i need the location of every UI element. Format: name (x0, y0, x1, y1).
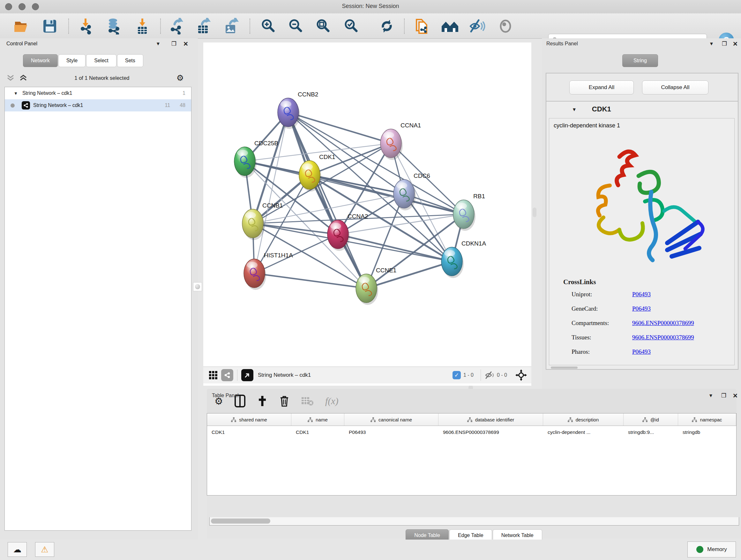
column-header-canonical-name[interactable]: canonical name (344, 414, 439, 426)
collapse-all-icon[interactable] (6, 74, 15, 82)
import-network-database-button[interactable] (105, 17, 123, 35)
table-panel-menu-icon[interactable]: ▼ (709, 393, 713, 398)
network-edge[interactable] (254, 273, 366, 288)
network-canvas[interactable]: CCNB2CCNA1CDC25BCDK1CDC6RB1CCNB1CCNA2CDK… (203, 43, 531, 386)
column-header-namespac[interactable]: namespac (678, 414, 736, 426)
network-node[interactable] (441, 247, 464, 278)
zoom-fit-icon (315, 18, 331, 34)
import-table-button[interactable] (133, 17, 151, 35)
expand-all-icon[interactable] (19, 74, 27, 82)
network-share-button[interactable] (221, 369, 233, 381)
table-cell[interactable]: 9606.ENSP00000378699 (439, 429, 543, 435)
control-panel-menu-icon[interactable]: ▼ (156, 41, 160, 46)
memory-button[interactable]: Memory (687, 542, 736, 557)
refresh-button[interactable] (378, 17, 396, 35)
crosslink-value-link[interactable]: P06493 (632, 291, 651, 298)
network-node[interactable] (278, 98, 300, 129)
control-panel-close-icon[interactable]: ✕ (183, 40, 188, 48)
crosslink-value-link[interactable]: P06493 (632, 348, 651, 355)
crosslink-value-link[interactable]: 9606.ENSP00000378699 (632, 334, 694, 341)
delete-table-icon[interactable] (301, 396, 314, 406)
network-node[interactable] (356, 274, 378, 305)
entry-collapse-icon[interactable]: ▼ (572, 107, 577, 112)
current-network-indicator-icon (10, 104, 15, 108)
open-session-button[interactable] (13, 17, 30, 35)
column-header-description[interactable]: description (543, 414, 623, 426)
cloud-button[interactable]: ☁ (8, 542, 27, 557)
selected-checkbox-icon[interactable]: ✓ (453, 371, 461, 379)
table-panel-float-icon[interactable]: ❐ (721, 392, 726, 399)
network-graph[interactable]: CCNB2CCNA1CDC25BCDK1CDC6RB1CCNB1CCNA2CDK… (203, 43, 531, 367)
delete-column-trash-icon[interactable] (279, 395, 289, 408)
results-panel-float-icon[interactable]: ❐ (722, 40, 727, 47)
network-edge[interactable] (288, 112, 391, 143)
table-cell[interactable]: cyclin-dependent ... (543, 429, 623, 435)
import-network-file-button[interactable] (77, 17, 95, 35)
network-collection-row[interactable]: ▼ String Network – cdk1 1 (5, 87, 191, 99)
snapshot-button[interactable] (413, 17, 431, 35)
table-cell[interactable]: CDK1 (291, 429, 344, 435)
node-label: CCNA1 (401, 122, 421, 129)
network-node[interactable] (453, 200, 475, 231)
network-options-gear-icon[interactable]: ⚙ (177, 73, 184, 83)
column-header--id[interactable]: @id (623, 414, 678, 426)
results-panel: Results Panel ▼ ❐ ✕ String Expand All Co… (542, 38, 741, 389)
results-entry-header[interactable]: ▼ CDK1 (546, 102, 738, 117)
left-splitter-grip[interactable] (193, 282, 202, 291)
add-column-icon[interactable] (257, 395, 268, 408)
table-cell[interactable]: P06493 (344, 429, 439, 435)
network-row[interactable]: String Network – cdk1 11 48 (5, 99, 191, 111)
hide-selected-button[interactable] (468, 17, 486, 35)
crosslink-label: Uniprot: (571, 291, 632, 298)
warnings-button[interactable]: ⚠ (35, 542, 54, 557)
results-panel-menu-icon[interactable]: ▼ (709, 41, 714, 46)
export-image-button[interactable] (222, 17, 240, 35)
table-cell[interactable]: stringdb:9... (623, 429, 678, 435)
table-hscrollbar-thumb[interactable] (211, 518, 270, 523)
control-panel-float-icon[interactable]: ❐ (172, 40, 177, 47)
network-node[interactable] (242, 209, 265, 240)
grid-icon (209, 371, 218, 380)
network-edge[interactable] (254, 112, 288, 273)
zoom-selected-button[interactable] (342, 17, 360, 35)
first-neighbors-button[interactable] (441, 17, 459, 35)
right-splitter-grip[interactable] (533, 207, 536, 217)
open-in-window-button[interactable] (241, 369, 253, 381)
results-panel-close-icon[interactable]: ✕ (733, 40, 738, 48)
export-network-button[interactable] (168, 17, 186, 35)
column-header-shared-name[interactable]: shared name (207, 414, 291, 426)
tree-expand-icon[interactable]: ▼ (14, 91, 18, 96)
export-table-button[interactable] (195, 17, 212, 35)
results-hscrollbar[interactable] (551, 367, 578, 369)
node-label: RB1 (473, 193, 485, 199)
crosslink-value-link[interactable]: P06493 (632, 305, 651, 312)
table-cell[interactable]: stringdb (678, 429, 736, 435)
show-all-button[interactable] (496, 17, 515, 35)
expand-all-button[interactable]: Expand All (569, 80, 634, 95)
table-row[interactable]: CDK1CDK1P064939606.ENSP00000378699cyclin… (207, 426, 736, 439)
tab-style[interactable]: Style (58, 54, 86, 67)
tab-string[interactable]: String (622, 54, 658, 67)
tab-select[interactable]: Select (86, 54, 116, 67)
zoom-fit-button[interactable] (314, 17, 332, 35)
column-header-database-identifier[interactable]: database identifier (439, 414, 543, 426)
network-node[interactable] (244, 259, 266, 290)
column-header-name[interactable]: name (291, 414, 344, 426)
pan-crosshair-icon[interactable] (515, 369, 527, 381)
save-session-button[interactable] (41, 17, 59, 35)
tab-network[interactable]: Network (23, 54, 58, 67)
network-edge[interactable] (288, 112, 366, 288)
zoom-out-button[interactable] (286, 17, 305, 35)
birdseye-grid-button[interactable] (207, 369, 219, 381)
tab-sets[interactable]: Sets (117, 54, 143, 67)
table-hscrollbar[interactable] (209, 517, 739, 525)
table-cell[interactable]: CDK1 (207, 429, 291, 435)
table-panel-close-icon[interactable]: ✕ (733, 392, 738, 399)
network-edge[interactable] (366, 261, 452, 288)
crosslink-row: Tissues:9606.ENSP00000378699 (571, 334, 731, 348)
network-node[interactable] (327, 220, 350, 251)
function-builder-icon[interactable]: f(x) (325, 395, 339, 407)
collapse-all-button[interactable]: Collapse All (642, 80, 709, 95)
zoom-in-button[interactable] (259, 17, 277, 35)
crosslink-value-link[interactable]: 9606.ENSP00000378699 (632, 320, 694, 327)
